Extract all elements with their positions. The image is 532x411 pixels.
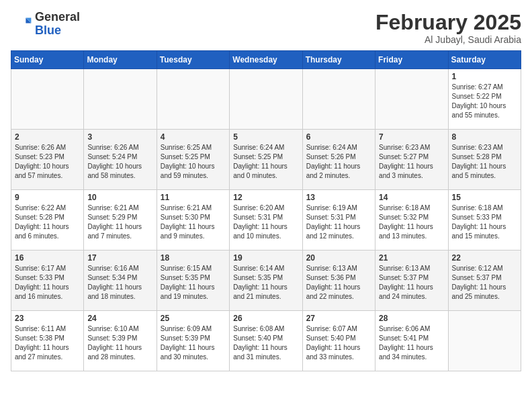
weekday-header-row: SundayMondayTuesdayWednesdayThursdayFrid… [11,51,521,69]
calendar-cell: 4Sunrise: 6:25 AM Sunset: 5:25 PM Daylig… [157,130,229,190]
calendar-cell: 15Sunrise: 6:18 AM Sunset: 5:33 PM Dayli… [448,190,521,250]
day-info: Sunrise: 6:06 AM Sunset: 5:41 PM Dayligh… [379,324,444,362]
calendar-cell: 20Sunrise: 6:13 AM Sunset: 5:36 PM Dayli… [302,250,375,311]
day-number: 23 [15,314,80,323]
day-number: 28 [379,314,444,323]
calendar-cell: 6Sunrise: 6:24 AM Sunset: 5:26 PM Daylig… [302,130,375,190]
calendar-cell: 17Sunrise: 6:16 AM Sunset: 5:34 PM Dayli… [84,250,157,311]
day-info: Sunrise: 6:08 AM Sunset: 5:40 PM Dayligh… [233,324,298,362]
calendar-cell: 9Sunrise: 6:22 AM Sunset: 5:28 PM Daylig… [11,190,84,250]
day-number: 1 [452,72,517,81]
weekday-header-monday: Monday [84,51,157,69]
day-info: Sunrise: 6:26 AM Sunset: 5:24 PM Dayligh… [87,143,152,181]
weekday-header-thursday: Thursday [302,51,375,69]
calendar-cell: 3Sunrise: 6:26 AM Sunset: 5:24 PM Daylig… [84,130,157,190]
day-number: 9 [15,193,80,202]
calendar-cell: 10Sunrise: 6:21 AM Sunset: 5:29 PM Dayli… [84,190,157,250]
day-number: 5 [233,132,298,142]
day-number: 22 [452,253,517,263]
day-number: 14 [379,193,444,202]
calendar-cell [230,69,302,130]
weekday-header-saturday: Saturday [448,51,521,69]
day-number: 8 [452,132,517,142]
day-info: Sunrise: 6:14 AM Sunset: 5:35 PM Dayligh… [233,264,298,302]
day-info: Sunrise: 6:21 AM Sunset: 5:30 PM Dayligh… [161,203,226,241]
day-info: Sunrise: 6:26 AM Sunset: 5:23 PM Dayligh… [15,143,80,181]
calendar-cell [375,69,448,130]
calendar-cell [302,69,375,130]
calendar-week-row: 9Sunrise: 6:22 AM Sunset: 5:28 PM Daylig… [11,190,521,250]
weekday-header-sunday: Sunday [11,51,84,69]
day-number: 2 [15,132,80,142]
day-info: Sunrise: 6:17 AM Sunset: 5:33 PM Dayligh… [15,264,80,302]
day-number: 27 [306,314,371,323]
calendar-cell [11,69,84,130]
day-number: 12 [233,193,298,202]
day-number: 15 [452,193,517,202]
day-info: Sunrise: 6:11 AM Sunset: 5:38 PM Dayligh… [15,324,80,362]
day-number: 10 [87,193,152,202]
day-info: Sunrise: 6:23 AM Sunset: 5:27 PM Dayligh… [379,143,444,181]
day-info: Sunrise: 6:18 AM Sunset: 5:32 PM Dayligh… [379,203,444,241]
day-info: Sunrise: 6:20 AM Sunset: 5:31 PM Dayligh… [233,203,298,241]
calendar-cell: 11Sunrise: 6:21 AM Sunset: 5:30 PM Dayli… [157,190,229,250]
day-number: 11 [161,193,226,202]
calendar-cell: 16Sunrise: 6:17 AM Sunset: 5:33 PM Dayli… [11,250,84,311]
weekday-header-tuesday: Tuesday [157,51,229,69]
calendar-cell: 28Sunrise: 6:06 AM Sunset: 5:41 PM Dayli… [375,311,448,371]
calendar-cell: 1Sunrise: 6:27 AM Sunset: 5:22 PM Daylig… [448,69,521,130]
calendar-cell [84,69,157,130]
calendar-cell [157,69,229,130]
day-number: 19 [233,253,298,263]
month-year: February 2025 [375,11,521,34]
day-info: Sunrise: 6:12 AM Sunset: 5:37 PM Dayligh… [452,264,517,302]
calendar-cell: 25Sunrise: 6:09 AM Sunset: 5:39 PM Dayli… [157,311,229,371]
location: Al Jubayl, Saudi Arabia [375,34,521,45]
calendar-cell: 23Sunrise: 6:11 AM Sunset: 5:38 PM Dayli… [11,311,84,371]
calendar-cell: 18Sunrise: 6:15 AM Sunset: 5:35 PM Dayli… [157,250,229,311]
calendar-cell: 27Sunrise: 6:07 AM Sunset: 5:40 PM Dayli… [302,311,375,371]
calendar-cell: 12Sunrise: 6:20 AM Sunset: 5:31 PM Dayli… [230,190,302,250]
day-info: Sunrise: 6:18 AM Sunset: 5:33 PM Dayligh… [452,203,517,241]
day-info: Sunrise: 6:19 AM Sunset: 5:31 PM Dayligh… [306,203,371,241]
day-number: 21 [379,253,444,263]
day-info: Sunrise: 6:25 AM Sunset: 5:25 PM Dayligh… [161,143,226,181]
day-info: Sunrise: 6:23 AM Sunset: 5:28 PM Dayligh… [452,143,517,181]
day-info: Sunrise: 6:09 AM Sunset: 5:39 PM Dayligh… [161,324,226,362]
logo-general-text: General [35,10,80,24]
logo-icon [11,13,32,35]
day-info: Sunrise: 6:15 AM Sunset: 5:35 PM Dayligh… [161,264,226,302]
day-number: 24 [87,314,152,323]
calendar-cell: 14Sunrise: 6:18 AM Sunset: 5:32 PM Dayli… [375,190,448,250]
day-info: Sunrise: 6:24 AM Sunset: 5:25 PM Dayligh… [233,143,298,181]
calendar-cell: 7Sunrise: 6:23 AM Sunset: 5:27 PM Daylig… [375,130,448,190]
day-info: Sunrise: 6:16 AM Sunset: 5:34 PM Dayligh… [87,264,152,302]
day-info: Sunrise: 6:27 AM Sunset: 5:22 PM Dayligh… [452,83,517,120]
day-number: 18 [161,253,226,263]
calendar-cell: 13Sunrise: 6:19 AM Sunset: 5:31 PM Dayli… [302,190,375,250]
calendar-cell: 26Sunrise: 6:08 AM Sunset: 5:40 PM Dayli… [230,311,302,371]
calendar-cell: 22Sunrise: 6:12 AM Sunset: 5:37 PM Dayli… [448,250,521,311]
weekday-header-wednesday: Wednesday [230,51,302,69]
day-info: Sunrise: 6:10 AM Sunset: 5:39 PM Dayligh… [87,324,152,362]
day-number: 6 [306,132,371,142]
calendar-cell [448,311,521,371]
calendar-table: SundayMondayTuesdayWednesdayThursdayFrid… [11,50,521,371]
calendar-week-row: 16Sunrise: 6:17 AM Sunset: 5:33 PM Dayli… [11,250,521,311]
logo-blue-text: Blue [35,24,61,37]
weekday-header-friday: Friday [375,51,448,69]
day-info: Sunrise: 6:07 AM Sunset: 5:40 PM Dayligh… [306,324,371,362]
day-number: 25 [161,314,226,323]
day-info: Sunrise: 6:13 AM Sunset: 5:36 PM Dayligh… [306,264,371,302]
calendar-cell: 8Sunrise: 6:23 AM Sunset: 5:28 PM Daylig… [448,130,521,190]
logo: General Blue [11,11,80,38]
calendar-week-row: 23Sunrise: 6:11 AM Sunset: 5:38 PM Dayli… [11,311,521,371]
day-number: 3 [87,132,152,142]
calendar-cell: 21Sunrise: 6:13 AM Sunset: 5:37 PM Dayli… [375,250,448,311]
page-header: General Blue February 2025 Al Jubayl, Sa… [11,11,521,45]
day-number: 26 [233,314,298,323]
calendar-cell: 2Sunrise: 6:26 AM Sunset: 5:23 PM Daylig… [11,130,84,190]
day-info: Sunrise: 6:22 AM Sunset: 5:28 PM Dayligh… [15,203,80,241]
calendar-cell: 24Sunrise: 6:10 AM Sunset: 5:39 PM Dayli… [84,311,157,371]
day-info: Sunrise: 6:24 AM Sunset: 5:26 PM Dayligh… [306,143,371,181]
